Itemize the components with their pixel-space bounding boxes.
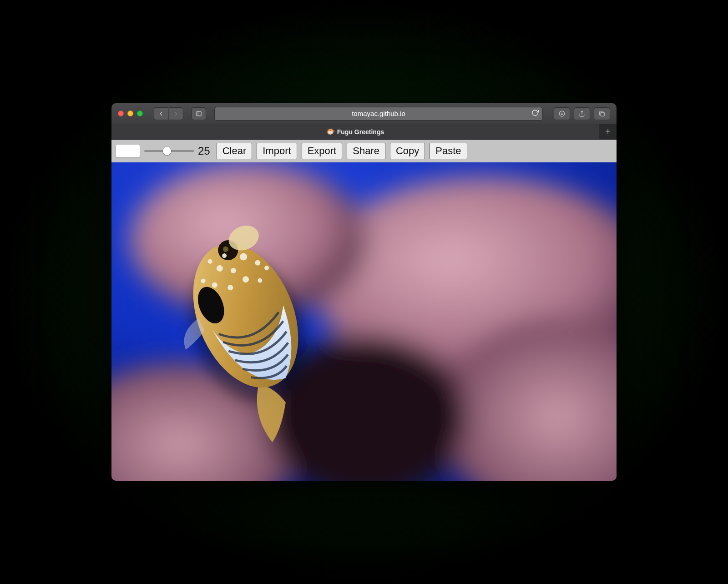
brush-size-value: 25 — [198, 145, 210, 157]
clear-button-label: Clear — [222, 145, 247, 157]
slider-thumb[interactable] — [163, 147, 171, 155]
copy-button[interactable]: Copy — [390, 143, 425, 159]
tab-title: Fugu Greetings — [337, 128, 384, 136]
window-controls — [118, 111, 143, 116]
app-toolbar: 25 Clear Import Export Share Copy Paste — [111, 140, 617, 162]
clear-button[interactable]: Clear — [217, 143, 253, 159]
browser-window: tomayac.github.io — [111, 103, 617, 481]
copy-button-label: Copy — [396, 145, 419, 157]
svg-rect-5 — [601, 112, 604, 116]
chrome-right-buttons — [554, 107, 610, 120]
browser-chrome: tomayac.github.io — [111, 103, 617, 124]
paste-button-label: Paste — [435, 145, 461, 157]
export-button[interactable]: Export — [302, 143, 343, 159]
import-button-label: Import — [263, 145, 291, 157]
tab-fugu-greetings[interactable]: 🐡 Fugu Greetings — [111, 124, 599, 139]
canvas-image — [111, 162, 617, 481]
color-picker[interactable] — [116, 145, 140, 157]
new-tab-button[interactable]: + — [599, 124, 617, 139]
pufferfish-icon: 🐡 — [326, 128, 334, 136]
address-bar[interactable]: tomayac.github.io — [214, 107, 543, 121]
tab-bar: 🐡 Fugu Greetings + — [111, 124, 617, 140]
url-text: tomayac.github.io — [352, 110, 405, 117]
export-button-label: Export — [308, 145, 337, 157]
back-button[interactable] — [154, 107, 168, 120]
close-window-button[interactable] — [118, 111, 124, 116]
brush-size-slider[interactable] — [144, 146, 194, 156]
downloads-button[interactable] — [554, 107, 570, 120]
nav-back-forward — [154, 107, 183, 120]
reload-button[interactable] — [531, 109, 539, 118]
share-button[interactable] — [574, 107, 590, 120]
forward-button[interactable] — [169, 107, 183, 120]
drawing-canvas[interactable] — [111, 162, 617, 481]
plus-icon: + — [605, 126, 611, 137]
desktop-background: tomayac.github.io — [0, 0, 728, 584]
fullscreen-window-button[interactable] — [137, 111, 143, 116]
import-button[interactable]: Import — [257, 143, 297, 159]
paste-button[interactable]: Paste — [430, 143, 467, 159]
share-app-button[interactable]: Share — [347, 143, 385, 159]
svg-rect-0 — [197, 111, 202, 116]
sidebar-toggle-button[interactable] — [192, 107, 206, 120]
tabs-overview-button[interactable] — [594, 107, 610, 120]
minimize-window-button[interactable] — [127, 111, 133, 116]
share-button-label: Share — [353, 145, 379, 157]
